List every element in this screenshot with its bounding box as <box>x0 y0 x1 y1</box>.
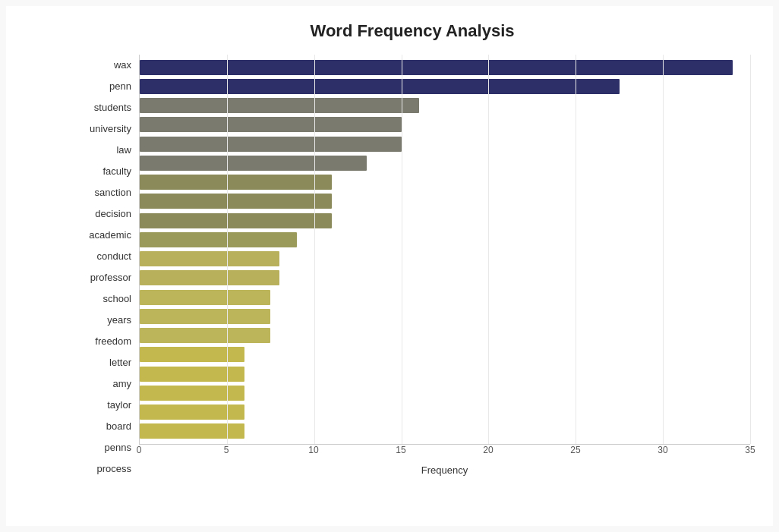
chart-title: Word Frequency Analysis <box>74 21 750 41</box>
y-labels: waxpennstudentsuniversitylawfacultysanct… <box>74 55 139 445</box>
bar-item-amy <box>140 345 750 364</box>
y-label-decision: decision <box>95 203 131 225</box>
y-label-process: process <box>96 458 131 480</box>
bar-freedom <box>140 309 270 324</box>
x-tick-10: 10 <box>308 445 318 455</box>
grid-line <box>402 55 402 444</box>
bar-item-decision <box>140 192 750 211</box>
bar-item-conduct <box>140 230 750 249</box>
bar-item-school <box>140 269 750 288</box>
grid-line <box>750 55 751 444</box>
x-axis-label: Frequency <box>139 464 750 476</box>
bar-item-sanction <box>140 173 750 192</box>
y-label-professor: professor <box>90 267 131 288</box>
x-tick-25: 25 <box>570 445 580 455</box>
bar-item-wax <box>140 58 750 77</box>
y-label-board: board <box>106 416 131 437</box>
bar-university <box>140 117 402 132</box>
bar-sanction <box>140 175 332 190</box>
bar-penn <box>140 79 620 94</box>
bar-amy <box>140 347 244 362</box>
x-tick-15: 15 <box>396 445 405 455</box>
bar-school <box>140 270 279 285</box>
y-label-law: law <box>116 140 131 161</box>
y-label-years: years <box>107 310 131 331</box>
y-label-letter: letter <box>109 352 131 373</box>
y-label-wax: wax <box>114 55 131 76</box>
x-tick-35: 35 <box>745 445 755 455</box>
grid-line <box>227 55 228 444</box>
y-label-academic: academic <box>89 225 131 246</box>
grid-line <box>488 55 489 444</box>
y-label-sanction: sanction <box>95 182 131 203</box>
y-label-school: school <box>102 288 131 310</box>
bar-students <box>140 98 419 113</box>
bar-taylor <box>140 367 244 382</box>
bar-item-letter <box>140 326 750 345</box>
plot-area <box>139 55 750 445</box>
bar-item-faculty <box>140 153 750 172</box>
chart-container: Word Frequency Analysis waxpennstudentsu… <box>6 6 773 526</box>
bar-law <box>140 137 402 152</box>
bar-item-years <box>140 288 750 307</box>
y-label-penn: penn <box>109 76 131 97</box>
bar-item-taylor <box>140 364 750 383</box>
x-tick-0: 0 <box>137 445 142 455</box>
grid-line <box>576 55 576 444</box>
x-tick-5: 5 <box>224 445 229 455</box>
bar-item-penn <box>140 77 750 96</box>
bar-item-penns <box>140 403 750 422</box>
bar-board <box>140 386 244 401</box>
bar-wax <box>140 60 733 75</box>
grid-line <box>663 55 664 444</box>
bar-item-process <box>140 422 750 441</box>
bar-penns <box>140 405 244 420</box>
bar-item-professor <box>140 250 750 269</box>
y-label-freedom: freedom <box>95 331 131 352</box>
bar-faculty <box>140 156 367 171</box>
bar-decision <box>140 194 332 209</box>
bar-process <box>140 423 244 439</box>
bar-letter <box>140 328 270 343</box>
bar-professor <box>140 251 279 266</box>
bar-item-freedom <box>140 307 750 326</box>
x-tick-20: 20 <box>483 445 493 455</box>
bar-item-board <box>140 383 750 402</box>
bar-years <box>140 290 270 305</box>
y-label-students: students <box>94 97 131 118</box>
bar-academic <box>140 213 332 228</box>
x-axis-ticks: 05101520253035 <box>139 445 750 461</box>
bar-item-law <box>140 134 750 153</box>
bar-item-students <box>140 96 750 115</box>
bar-item-university <box>140 115 750 134</box>
y-label-faculty: faculty <box>102 161 131 182</box>
y-label-conduct: conduct <box>96 246 131 267</box>
y-label-university: university <box>90 118 131 140</box>
y-label-amy: amy <box>112 373 131 395</box>
grid-line <box>314 55 315 444</box>
bar-item-academic <box>140 211 750 230</box>
y-label-taylor: taylor <box>107 395 131 416</box>
bar-conduct <box>140 232 297 247</box>
x-tick-30: 30 <box>658 445 667 455</box>
